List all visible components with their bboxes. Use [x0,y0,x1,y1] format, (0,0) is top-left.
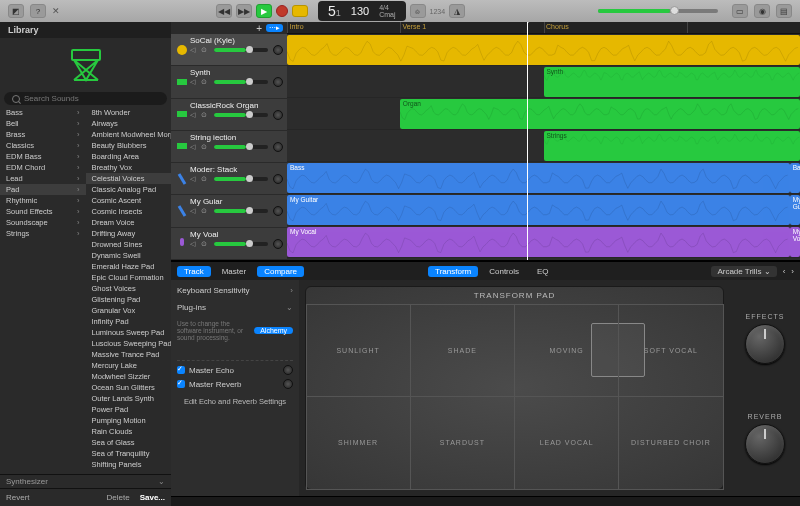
track-header[interactable]: My Guiar◁⊙ [171,195,287,227]
track-header[interactable]: Synth◁⊙ [171,66,287,98]
solo-button[interactable]: ⊙ [201,175,209,183]
track-header[interactable]: String iection◁⊙ [171,131,287,163]
playhead[interactable] [527,22,528,260]
tuner-button[interactable]: ⌾ [410,4,426,18]
transform-cell[interactable]: SUNLIGHT [306,304,411,398]
pan-knob[interactable] [273,206,283,216]
tab-eq[interactable]: EQ [530,266,556,277]
volume-fader[interactable] [214,48,268,52]
tab-track[interactable]: Track [177,266,211,277]
patch-item[interactable]: Drifting Away [86,228,172,239]
patch-item[interactable]: Ambient Modwheel Morp... [86,129,172,140]
tab-compare[interactable]: Compare [257,266,304,277]
region[interactable]: Strings [544,131,801,161]
mute-button[interactable]: ◁ [190,78,198,86]
ruler[interactable]: IntroVerse 1Chorus [287,22,800,34]
search-input[interactable]: Search Sounds [4,92,167,105]
track-header[interactable]: SoCal (Kyle)◁⊙ [171,34,287,66]
lcd-display[interactable]: 51 130 4/4Cmaj [318,1,406,21]
patch-item[interactable]: Shifting Panels [86,459,172,470]
patch-list[interactable]: 8th WonderAirwaysAmbient Modwheel Morp..… [86,107,172,474]
pan-knob[interactable] [273,45,283,55]
transform-cell[interactable]: MOVING [514,304,619,398]
save-button[interactable]: Save... [140,493,165,502]
solo-button[interactable]: ⊙ [201,240,209,248]
patch-item[interactable]: Mercury Lake [86,360,172,371]
transform-cell[interactable]: SHADE [410,304,515,398]
solo-button[interactable]: ⊙ [201,78,209,86]
mute-button[interactable]: ◁ [190,175,198,183]
keyboard-sensitivity-row[interactable]: Keyboard Sensitivity› [177,284,293,297]
patch-item[interactable]: Sea of Glass [86,437,172,448]
patch-item[interactable]: Dynamic Swell [86,250,172,261]
region[interactable]: Bass [790,163,800,193]
region[interactable]: My Vocal [790,227,800,257]
edit-echo-reverb-button[interactable]: Edit Echo and Reverb Settings [177,397,293,406]
count-in-label[interactable]: 1234 [430,8,446,15]
category-item[interactable]: Bell› [0,118,86,129]
tab-controls[interactable]: Controls [482,266,526,277]
patch-item[interactable]: Breathy Vox [86,162,172,173]
tab-transform[interactable]: Transform [428,266,478,277]
solo-button[interactable]: ⊙ [201,46,209,54]
track-header-menu-button[interactable]: ⋯▸ [266,24,283,32]
media-button[interactable]: ▤ [776,4,792,18]
region[interactable] [287,35,800,65]
record-button[interactable] [276,5,288,17]
volume-fader[interactable] [214,242,268,246]
track-header[interactable]: My Voal◁⊙ [171,228,287,260]
mute-button[interactable]: ◁ [190,207,198,215]
solo-button[interactable]: ⊙ [201,111,209,119]
patch-item[interactable]: Emerald Haze Pad [86,261,172,272]
volume-fader[interactable] [214,177,268,181]
region[interactable]: My Guitar [790,195,800,225]
library-toggle-button[interactable]: ◩ [8,4,24,18]
solo-button[interactable]: ⊙ [201,207,209,215]
category-item[interactable]: Brass› [0,129,86,140]
patch-item[interactable]: Infinity Pad [86,316,172,327]
region[interactable]: Synth [544,67,801,97]
patch-item[interactable]: Power Pad [86,404,172,415]
loops-button[interactable]: ◉ [754,4,770,18]
patch-item[interactable]: Ghost Voices [86,283,172,294]
patch-item[interactable]: Celestial Voices [86,173,172,184]
category-item[interactable]: EDM Chord› [0,162,86,173]
pan-knob[interactable] [273,142,283,152]
patch-item[interactable]: Dream Voice [86,217,172,228]
patch-item[interactable]: Granular Vox [86,305,172,316]
patch-item[interactable]: Boarding Area [86,151,172,162]
quick-help-button[interactable]: ? [30,4,46,18]
patch-item[interactable]: Outer Lands Synth [86,393,172,404]
mute-button[interactable]: ◁ [190,111,198,119]
patch-item[interactable]: Cosmic Ascent [86,195,172,206]
toolbar-close-icon[interactable]: ✕ [52,6,60,16]
instrument-badge[interactable]: Alchemy [254,327,293,334]
patch-item[interactable]: Luminous Sweep Pad [86,327,172,338]
category-list[interactable]: Bass›Bell›Brass›Classics›EDM Bass›EDM Ch… [0,107,86,474]
transform-cell[interactable]: LEAD VOCAL [514,396,619,490]
preset-select[interactable]: Arcade Trills ⌄ [711,266,776,277]
patch-item[interactable]: Rain Clouds [86,426,172,437]
transform-cell[interactable]: SOFT VOCAL [618,304,723,398]
revert-button[interactable]: Revert [6,493,30,502]
patch-item[interactable]: Drowned Sines [86,239,172,250]
category-item[interactable]: Bass› [0,107,86,118]
volume-fader[interactable] [214,80,268,84]
time-signature[interactable]: 4/4 [379,4,395,11]
master-reverb-checkbox[interactable]: Master Reverb [177,379,293,389]
rewind-button[interactable]: ◀◀ [216,4,232,18]
transform-cell[interactable]: SHIMMER [306,396,411,490]
transform-pad[interactable]: TRANSFORM PAD SUNLIGHTSHADEMOVINGSOFT VO… [305,286,724,490]
effects-knob[interactable] [745,324,785,364]
pan-knob[interactable] [273,239,283,249]
mute-button[interactable]: ◁ [190,240,198,248]
arrangement-marker[interactable]: Verse 1 [402,23,426,30]
tempo-value[interactable]: 130 [351,5,369,17]
solo-button[interactable]: ⊙ [201,143,209,151]
transform-cell[interactable]: STARDUST [410,396,515,490]
category-item[interactable]: Lead› [0,173,86,184]
category-item[interactable]: Classics› [0,140,86,151]
patch-item[interactable]: Sea of Tranquility [86,448,172,459]
volume-fader[interactable] [214,113,268,117]
region[interactable]: Organ [400,99,800,129]
